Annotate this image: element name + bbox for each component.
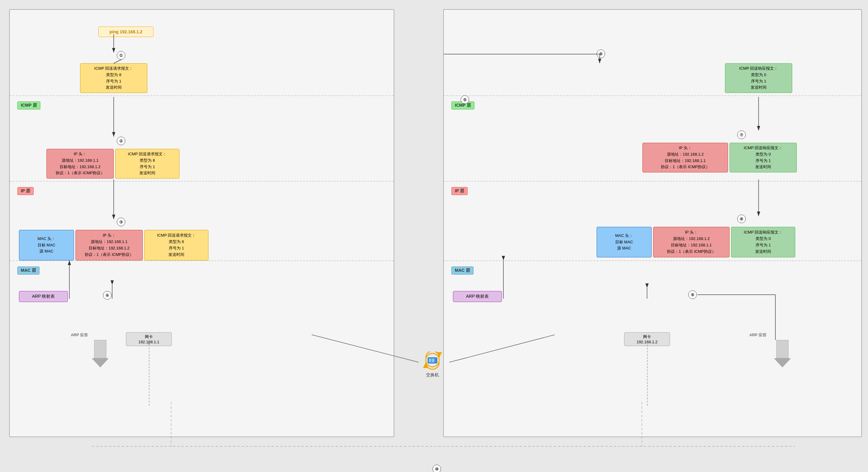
right-ip-layer-area: IP 层 — [452, 187, 468, 195]
left-mac-head-box: MAC 头： 目标 MAC 源 MAC — [19, 230, 74, 261]
right-arp-response: ARP 应答 — [749, 332, 767, 338]
layer-divider-2 — [10, 181, 394, 182]
ping-command: ping 192.168.1.2 — [98, 27, 153, 37]
right-ip-label: IP 层 — [452, 187, 468, 195]
circle-4: ④ — [103, 291, 112, 300]
left-arrows-svg — [10, 10, 394, 437]
circle-1: ① — [117, 51, 125, 60]
right-icmp-in-mac-box: ICMP 回送响应报文： 类型为 0 序号为 1 发送时间 — [731, 227, 795, 257]
left-ip-label: IP 层 — [18, 187, 34, 195]
left-arp-table: ARP 映射表 — [19, 291, 68, 302]
right-mac-label: MAC 层 — [452, 267, 473, 274]
right-arrow-down — [774, 340, 791, 367]
right-layer-divider-1 — [444, 95, 861, 96]
switch-icon — [420, 352, 445, 370]
left-nic-box: 网卡 192.168.1.1 — [126, 332, 172, 346]
main-container: ping 192.168.1.2 ICMP 层 IP 层 MAC 层 ① ICM… — [0, 0, 868, 472]
circle-9: ⑨ — [688, 290, 697, 299]
right-arrows-svg — [444, 10, 861, 437]
circle-8: ⑧ — [737, 215, 746, 223]
svg-rect-21 — [429, 359, 431, 362]
circle-2: ② — [117, 137, 125, 145]
circle-7: ⑦ — [737, 130, 746, 139]
right-ip-in-mac-box: IP 头： 源地址：192.168.1.2 目标地址：192.168.1.1 协… — [653, 227, 730, 257]
left-icmp-in-ip-box: ICMP 回送请求报文： 类型为 8 序号为 1 发送时间 — [115, 149, 179, 179]
left-panel: ping 192.168.1.2 ICMP 层 IP 层 MAC 层 ① ICM… — [9, 9, 394, 437]
left-ip-in-mac-box: IP 头： 源地址：192.168.1.1 目标地址：192.168.1.2 协… — [75, 230, 143, 261]
left-mac-layer-area: MAC 层 — [18, 267, 39, 274]
left-mac-label: MAC 层 — [18, 267, 39, 274]
right-layer-divider-2 — [444, 181, 861, 182]
right-panel: ICMP 层 IP 层 MAC 层 ⑤ ICMP 回送响应报文： 类型为 0 序… — [443, 9, 862, 437]
right-dashed-line — [647, 345, 648, 406]
right-icmp-reply-top: ICMP 回送响应报文： 类型为 0 序号为 1 发送时间 — [725, 63, 792, 93]
left-icmp-request-box: ICMP 回送请求报文： 类型为 8 序号为 1 发送时间 — [80, 63, 147, 93]
right-mac-head-box: MAC 头： 目标 MAC 源 MAC — [597, 227, 652, 257]
circle-10: ⑩ — [432, 465, 441, 472]
layer-divider-1 — [10, 95, 394, 96]
right-ip-head-box: IP 头： 源地址：192.168.1.2 目标地址：192.168.1.1 协… — [643, 143, 728, 172]
right-arp-table: ARP 映射表 — [453, 291, 502, 302]
right-mac-layer-area: MAC 层 — [452, 267, 473, 274]
circle-5: ⑤ — [461, 95, 469, 104]
layer-divider-3 — [10, 261, 394, 261]
left-ip-head-box: IP 头： 源地址：192.168.1.1 目标地址：192.168.1.2 协… — [46, 149, 114, 179]
right-nic-box: 网卡 192.168.1.2 — [624, 332, 670, 346]
left-ip-layer-area: IP 层 — [18, 187, 34, 195]
left-icmp-layer-area: ICMP 层 — [18, 101, 40, 110]
svg-rect-22 — [432, 359, 434, 362]
diagram-area: ping 192.168.1.2 ICMP 层 IP 层 MAC 层 ① ICM… — [6, 6, 862, 466]
switch-area: 交换机 — [402, 352, 463, 378]
circle-3: ③ — [117, 218, 125, 226]
left-icmp-label: ICMP 层 — [18, 101, 40, 110]
svg-line-1 — [114, 60, 121, 63]
right-icmp-in-ip-box: ICMP 回送响应报文： 类型为 0 序号为 1 发送时间 — [730, 143, 797, 172]
left-arrow-down — [92, 340, 109, 367]
left-icmp-in-mac-box: ICMP 回送请求报文： 类型为 8 序号为 1 发送时间 — [144, 230, 209, 261]
right-layer-divider-3 — [444, 261, 861, 261]
left-dashed-line — [149, 345, 150, 406]
left-arp-response: ARP 应答 — [71, 332, 88, 338]
switch-label: 交换机 — [402, 372, 463, 378]
circle-6: ⑥ — [597, 50, 605, 58]
